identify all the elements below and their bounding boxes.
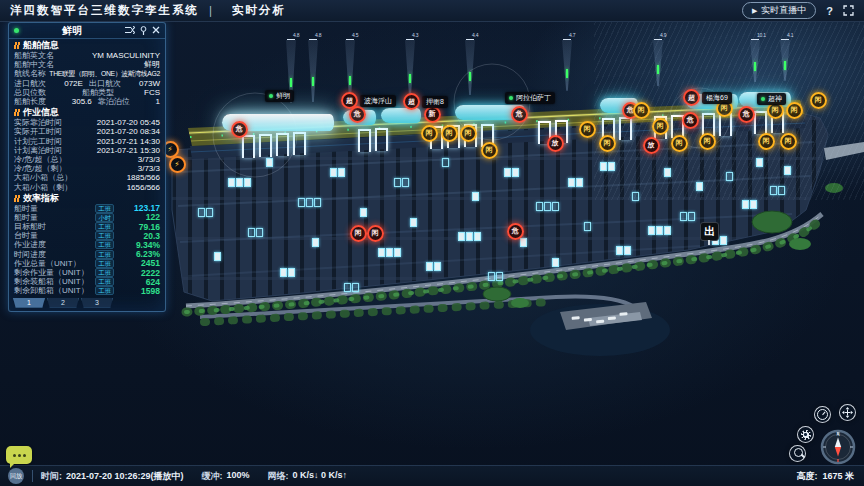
idle-marker[interactable]: 闲 [810,92,827,109]
container-stack [280,268,295,277]
info-row: 大箱/小箱（剩）1656/566 [9,182,165,191]
section-title-icon [14,195,20,202]
quay-crane [242,135,255,158]
quay-crane [276,133,289,156]
vessel-label[interactable]: 超波海浮山 [341,92,396,109]
idle-marker[interactable]: 闲 [699,133,716,150]
container-stack [378,248,401,257]
app-title: 洋四数智平台三维数字孪生系统 [10,3,199,18]
container-stack [504,168,519,177]
idle-marker[interactable]: 闲 [421,125,438,142]
shuffle-icon[interactable] [125,26,135,35]
dashboard-button[interactable] [814,406,831,423]
idle-marker[interactable]: 闲 [780,133,797,150]
spreader-beam-top [654,39,662,40]
network-label: 网络: [268,470,289,483]
panel-tab-1[interactable]: 1 [13,298,45,308]
locate-pin-icon[interactable] [140,26,147,35]
container-stack [726,172,733,181]
panel-tab-2[interactable]: 2 [47,298,79,308]
idle-marker[interactable]: 闲 [671,135,688,152]
vessel[interactable] [381,108,421,123]
play-icon: ▶ [752,7,757,15]
idle-marker[interactable]: 闲 [579,121,596,138]
close-icon[interactable] [152,26,160,35]
online-dot [269,94,273,98]
app-window: 4.84.84.54.34.44.74.910.14.1 危危新危放危放危危闲闲… [0,0,864,486]
spreader-height-label: 4.7 [569,32,575,38]
container-stack [568,178,583,187]
compass[interactable]: N [820,429,856,469]
alert-marker[interactable]: 危 [507,223,524,240]
vessel-label[interactable]: 超押衛8 [403,93,448,110]
info-row: 剩余卸船箱（UNIT）工班1598 [9,286,165,295]
spreader-height-label: 4.8 [293,32,299,38]
quay-crane [259,134,272,157]
altitude-label: 高度: [796,470,817,483]
overlimit-marker[interactable]: 超 [683,89,700,106]
container-stack [680,212,695,221]
idle-marker[interactable]: 闲 [652,118,669,135]
alert-marker[interactable]: 危 [511,106,528,123]
live-stream-label: 实时直播中 [761,4,806,17]
spreader-beam-top [563,39,571,40]
alert-marker[interactable]: 危 [682,112,699,129]
vessel-label[interactable]: 超神 [757,93,786,105]
fullscreen-icon[interactable] [843,5,854,16]
vessel-status-dot [14,28,19,33]
settings-button[interactable] [797,426,814,443]
idle-marker[interactable]: 闲 [758,133,775,150]
container-stack [552,258,559,267]
alert-marker[interactable]: 放 [643,137,660,154]
alert-marker[interactable]: 闲 [350,225,367,242]
spreader-height-label: 4.8 [315,32,321,38]
vessel-label[interactable]: 超楊海69 [683,89,732,106]
panel-tab-3[interactable]: 3 [81,298,113,308]
vessel-panel-body: 船舶信息船舶英文名YM MASCULINITY船舶中文名鲜明航线名称THE联盟（… [9,39,165,296]
gauge-icon [817,409,828,420]
alert-marker[interactable]: 闲 [367,225,384,242]
quay-crane [754,111,767,134]
spreader-beam-top [406,39,414,40]
gate-exit-sign: 出 [700,222,719,241]
idle-marker[interactable]: 闲 [786,102,803,119]
search-button[interactable] [789,445,806,462]
title-divider: ｜ [205,3,216,18]
idle-marker[interactable]: 闲 [481,142,498,159]
container-stack [472,192,479,201]
vessel-label[interactable]: 鲜明 [265,90,294,102]
spreader-height-label: 4.3 [412,32,418,38]
vessel-label[interactable]: 阿拉伯萨丁 [505,92,555,104]
section-title-icon [14,42,20,49]
divider [32,470,33,482]
spreader-height-label: 4.9 [660,32,666,38]
power-marker[interactable]: ⚡ [169,156,186,173]
svg-text:N: N [836,432,839,437]
search-icon [794,448,803,457]
container-stack [312,238,319,247]
buffer-label: 缓冲: [202,470,223,483]
playback-mode-badge[interactable]: 回放 [8,468,24,484]
help-button[interactable]: ? [826,5,833,17]
container-stack [394,178,409,187]
page-title: 实时分析 [232,3,286,18]
overlimit-marker[interactable]: 超 [403,93,420,110]
alert-marker[interactable]: 危 [231,121,248,138]
spreader-beam-top [287,39,295,40]
vessel-label-pill: 超神 [757,93,786,105]
live-stream-button[interactable]: ▶ 实时直播中 [742,2,816,19]
container-stack [248,228,263,237]
alert-marker[interactable]: 放 [547,135,564,152]
idle-marker[interactable]: 闲 [633,102,650,119]
idle-marker[interactable]: 闲 [599,135,616,152]
panel-page-tabs: 123 [9,296,165,311]
alert-marker[interactable]: 危 [738,106,755,123]
spreader-beam-top [346,39,354,40]
spreader-beam-top [466,39,474,40]
container-stack [536,202,559,211]
overlimit-marker[interactable]: 超 [341,92,358,109]
idle-marker[interactable]: 闲 [460,125,477,142]
idle-marker[interactable]: 闲 [441,125,458,142]
pan-mode-button[interactable] [839,404,856,421]
chat-bubble-button[interactable] [6,446,32,464]
